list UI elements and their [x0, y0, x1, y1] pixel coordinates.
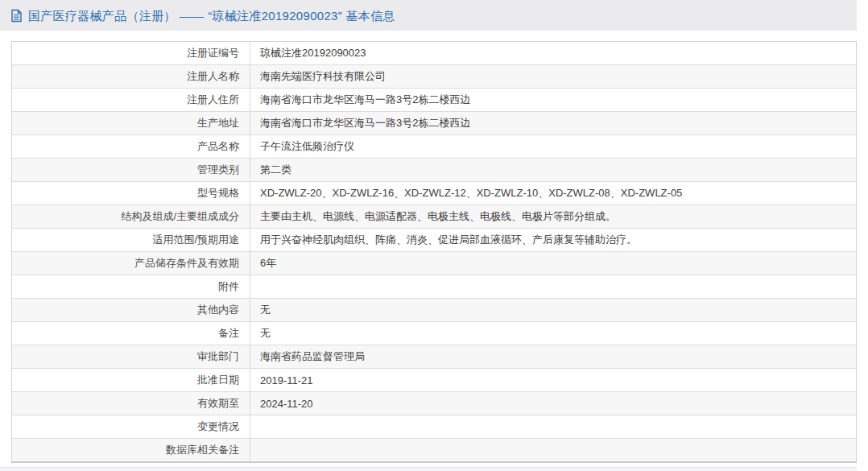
table-row: 备注 无 [12, 322, 857, 345]
table-row: 注册人名称 海南先端医疗科技有限公司 [12, 65, 857, 89]
field-label: 注册人住所 [12, 89, 250, 112]
table-row: 产品储存条件及有效期 6年 [12, 252, 857, 275]
field-value [250, 415, 857, 439]
field-value: 海南省药品监督管理局 [250, 345, 857, 369]
field-value: XD-ZWLZ-20、XD-ZWLZ-16、XD-ZWLZ-12、XD-ZWLZ… [250, 182, 857, 205]
field-value: 无 [250, 322, 857, 345]
table-row: 管理类别 第二类 [12, 159, 857, 182]
field-label: 适用范围/预期用途 [12, 229, 250, 252]
field-value: 海南先端医疗科技有限公司 [250, 65, 857, 89]
field-label: 生产地址 [12, 112, 250, 135]
table-row: 产品名称 子午流注低频治疗仪 [12, 135, 857, 159]
field-label: 批准日期 [12, 369, 250, 392]
field-value: 2019-11-21 [250, 369, 857, 392]
next-section-strip [0, 467, 857, 471]
field-label: 产品储存条件及有效期 [12, 252, 250, 275]
table-row: 审批部门 海南省药品监督管理局 [12, 345, 857, 369]
field-value [250, 275, 857, 299]
field-value: 主要由主机、电源线、电源适配器、电极主线、电极线、电极片等部分组成。 [250, 205, 857, 229]
field-label: 注册证编号 [12, 42, 250, 65]
page-title: 国产医疗器械产品（注册） —— “琼械注准20192090023” 基本信息 [28, 10, 395, 22]
field-value: 子午流注低频治疗仪 [250, 135, 857, 159]
field-value: 海南省海口市龙华区海马一路3号2栋二楼西边 [250, 89, 857, 112]
field-label: 附件 [12, 275, 250, 299]
table-row: 有效期至 2024-11-20 [12, 392, 857, 415]
registration-info-table: 注册证编号 琼械注准20192090023 注册人名称 海南先端医疗科技有限公司… [11, 41, 857, 463]
header-bar: 国产医疗器械产品（注册） —— “琼械注准20192090023” 基本信息 [0, 0, 857, 31]
field-label: 其他内容 [12, 299, 250, 322]
document-icon [10, 9, 23, 23]
table-row: 注册证编号 琼械注准20192090023 [12, 42, 857, 65]
table-row: 适用范围/预期用途 用于兴奋神经肌肉组织、阵痛、消炎、促进局部血液循环、产后康复… [12, 229, 857, 252]
table-row: 其他内容 无 [12, 299, 857, 322]
table-row: 数据库相关备注 [12, 439, 857, 463]
field-label: 审批部门 [12, 345, 250, 369]
field-label: 结构及组成/主要组成成分 [12, 205, 250, 229]
table-row: 变更情况 [12, 415, 857, 439]
field-value [250, 439, 857, 463]
field-value: 2024-11-20 [250, 392, 857, 415]
field-value: 无 [250, 299, 857, 322]
field-value: 琼械注准20192090023 [250, 42, 857, 65]
field-label: 注册人名称 [12, 65, 250, 89]
field-label: 型号规格 [12, 182, 250, 205]
field-label: 备注 [12, 322, 250, 345]
field-label: 管理类别 [12, 159, 250, 182]
field-value: 海南省海口市龙华区海马一路3号2栋二楼西边 [250, 112, 857, 135]
table-body: 注册证编号 琼械注准20192090023 注册人名称 海南先端医疗科技有限公司… [12, 42, 857, 463]
field-label: 产品名称 [12, 135, 250, 159]
field-label: 变更情况 [12, 415, 250, 439]
field-value: 第二类 [250, 159, 857, 182]
table-row: 附件 [12, 275, 857, 299]
field-label: 有效期至 [12, 392, 250, 415]
page-container: 国产医疗器械产品（注册） —— “琼械注准20192090023” 基本信息 注… [0, 0, 857, 463]
table-row: 注册人住所 海南省海口市龙华区海马一路3号2栋二楼西边 [12, 89, 857, 112]
field-value: 6年 [250, 252, 857, 275]
table-row: 型号规格 XD-ZWLZ-20、XD-ZWLZ-16、XD-ZWLZ-12、XD… [12, 182, 857, 205]
field-label: 数据库相关备注 [12, 439, 250, 463]
field-value: 用于兴奋神经肌肉组织、阵痛、消炎、促进局部血液循环、产后康复等辅助治疗。 [250, 229, 857, 252]
table-row: 生产地址 海南省海口市龙华区海马一路3号2栋二楼西边 [12, 112, 857, 135]
table-row: 结构及组成/主要组成成分 主要由主机、电源线、电源适配器、电极主线、电极线、电极… [12, 205, 857, 229]
table-row: 批准日期 2019-11-21 [12, 369, 857, 392]
